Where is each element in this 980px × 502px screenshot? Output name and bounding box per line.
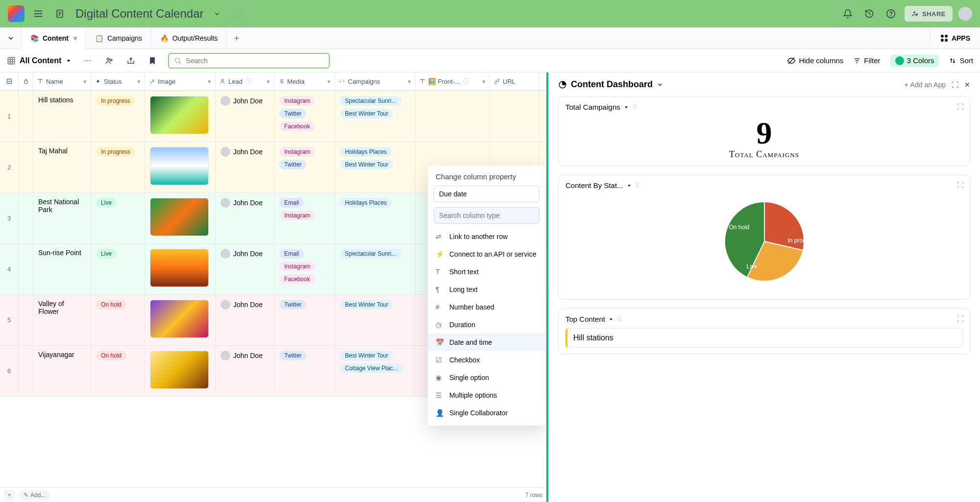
column-type-option[interactable]: ⚡Connect to an API or service [428,245,545,263]
column-type-option[interactable]: 👤Single Collaborator [428,404,545,422]
lock-column[interactable] [19,72,33,90]
sort-button[interactable]: Sort [949,56,973,65]
cell-campaigns[interactable]: Best Winter TourCottage View Plac... [335,346,416,396]
column-type-option[interactable]: ☑Checkbox [428,351,545,369]
cell-lead[interactable]: John Doe [216,193,274,243]
column-type-option[interactable]: 📅Date and time [428,334,545,351]
cell-campaigns[interactable]: Holidays Places [335,193,416,243]
tab-campaigns[interactable]: 📋Campaigns [86,27,151,49]
cell-image[interactable] [145,193,216,243]
cell-image[interactable] [145,142,216,192]
view-selector[interactable]: All Content [7,56,72,65]
col-name[interactable]: Name▾ [33,72,91,90]
cell-status[interactable]: In progress [91,142,145,192]
tab-output/results[interactable]: 🔥Output/Results [151,27,227,49]
grip-icon[interactable]: ⠿ [617,315,622,323]
cell-lead[interactable]: John Doe [216,244,274,294]
grip-icon[interactable]: ⠿ [632,103,637,111]
cell-campaigns[interactable]: Spectacular Sunri...Best Winter Tour [335,91,416,142]
cell-name[interactable]: Best National Park [33,193,91,243]
user-avatar[interactable] [958,7,972,21]
cell-image[interactable] [145,91,216,142]
search-input[interactable] [186,57,324,65]
add-menu-button[interactable]: ✎ Add... [19,490,50,500]
share-button[interactable]: SHARE [905,6,953,22]
cell-name[interactable]: Valley of Flower [33,295,91,345]
cell-lead[interactable]: John Doe [216,346,274,396]
column-type-option[interactable]: #Number based [428,298,545,316]
col-campaigns[interactable]: Campaigns▾ [335,72,416,90]
colors-button[interactable]: 3 Colors [890,54,939,67]
bookmark-icon[interactable] [145,53,160,69]
cell-front[interactable] [416,91,490,142]
filter-button[interactable]: Filter [853,56,880,65]
share-view-icon[interactable] [123,53,139,69]
expand-card-icon[interactable]: ⛶ [957,103,964,111]
cell-name[interactable]: Vijayanagar [33,346,91,396]
cell-lead[interactable]: John Doe [216,91,274,142]
column-name-input[interactable] [434,186,539,202]
grip-icon[interactable]: ⠿ [635,182,640,190]
cell-campaigns[interactable]: Holidays PlacesBest Winter Tour [335,142,416,192]
add-row-button[interactable]: + [4,490,15,501]
table-row[interactable]: 1 Hill stations In progress John Doe Ins… [0,91,546,142]
hide-columns-button[interactable]: Hide columns [787,56,843,65]
cell-media[interactable]: EmailInstagram [274,193,335,243]
column-type-option[interactable]: TShort text [428,263,545,281]
cell-media[interactable]: InstagramTwitter [274,142,335,192]
cell-lead[interactable]: John Doe [216,142,274,192]
card-title[interactable]: Content By Stat... [565,181,623,190]
column-type-option[interactable]: ◉Single option [428,369,545,386]
cell-media[interactable]: Twitter [274,295,335,345]
close-panel-icon[interactable]: ✕ [964,81,970,89]
cell-url[interactable] [490,91,539,142]
col-front[interactable]: 🖼️ Front-...ⓘ▾ [416,72,490,90]
col-url[interactable]: URL [490,72,539,90]
cell-status[interactable]: Live [91,193,145,243]
expand-card-icon[interactable]: ⛶ [957,181,964,189]
bell-icon[interactable] [840,6,856,22]
hamburger-icon[interactable] [30,6,46,22]
top-content-item[interactable]: Hill stations [565,328,963,348]
search-input-wrapper[interactable] [168,53,330,69]
column-type-option[interactable]: ⇄Link to another row [428,228,545,245]
select-all[interactable] [0,72,19,90]
cell-name[interactable]: Taj Mahal [33,142,91,192]
cell-image[interactable] [145,295,216,345]
col-lead[interactable]: Leadⓘ▾ [216,72,274,90]
chevron-down-icon[interactable] [209,6,225,22]
col-media[interactable]: Media▾ [274,72,335,90]
chevron-down-icon[interactable] [657,81,663,88]
column-type-option[interactable]: ¶Long text [428,281,545,298]
cell-status[interactable]: In progress [91,91,145,142]
more-icon[interactable]: ⋯ [80,53,96,69]
add-tab-button[interactable] [227,34,246,42]
column-type-search[interactable] [434,207,539,224]
tab-content[interactable]: 📚Content▾ [22,27,86,49]
column-type-option[interactable]: ☰Multiple options [428,386,545,404]
col-status[interactable]: Status▾ [91,72,145,90]
cell-name[interactable]: Hill stations [33,91,91,142]
cell-media[interactable]: InstagramTwitterFacebook [274,91,335,142]
help-icon[interactable] [883,6,899,22]
history-icon[interactable] [861,6,877,22]
panel-title[interactable]: Content Dashboard [571,79,653,90]
app-logo[interactable] [8,5,24,22]
cell-status[interactable]: On hold [91,346,145,396]
doc-title[interactable]: Digital Content Calendar [75,7,203,21]
apps-button[interactable]: APPS [930,27,980,49]
cell-campaigns[interactable]: Best Winter Tour [335,295,416,345]
cell-media[interactable]: EmailInstagramFacebook [274,244,335,294]
cell-image[interactable] [145,346,216,396]
add-app-button[interactable]: + Add an App [904,81,946,89]
card-title[interactable]: Top Content [565,315,605,323]
collapse-sidebar-button[interactable] [0,27,22,49]
cell-image[interactable] [145,244,216,294]
expand-card-icon[interactable]: ⛶ [957,315,964,323]
cell-media[interactable]: Twitter [274,346,335,396]
info-icon[interactable] [231,6,246,22]
cell-name[interactable]: Sun-rise Point [33,244,91,294]
cell-lead[interactable]: John Doe [216,295,274,345]
cell-status[interactable]: Live [91,244,145,294]
cell-campaigns[interactable]: Spectacular Sunri... [335,244,416,294]
